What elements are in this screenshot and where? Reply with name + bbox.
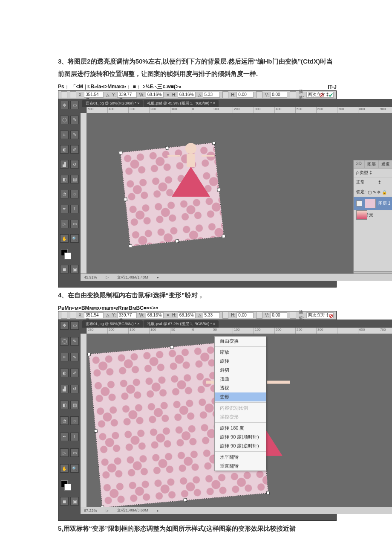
doc-tab-1[interactable]: 面布01.jpg @ 50%(RGB/8#) * × <box>82 320 143 328</box>
menu-item[interactable]: 旋转 90 度(顺时针) <box>215 433 266 442</box>
blur-tool-icon[interactable]: ◔ <box>60 416 69 425</box>
path-tool-icon[interactable]: ▷ <box>60 220 69 228</box>
layer-filter-label: ρ 类型 ‡ <box>356 170 372 176</box>
menu-item[interactable]: 自由变换 <box>215 337 266 346</box>
history-brush-icon[interactable]: ↺ <box>70 385 79 393</box>
layer-row-1[interactable]: 图层 1 <box>354 197 392 210</box>
menu-item[interactable]: 水平翻转 <box>215 453 266 462</box>
stamp-tool-icon[interactable]: ▟ <box>60 160 69 169</box>
path-tool-icon[interactable]: ▷ <box>60 448 69 457</box>
warp-toggle-icon[interactable]: ⌒ <box>318 312 324 320</box>
y-field[interactable]: 339.77 像 <box>117 312 137 318</box>
menu-item[interactable]: 缩放 <box>215 348 266 357</box>
menu-item[interactable]: 变形 <box>215 392 266 401</box>
zoom-tool-icon[interactable]: 🔍 <box>70 234 79 243</box>
eraser-tool-icon[interactable]: ◧ <box>60 175 69 183</box>
gradient-tool-icon[interactable]: ▤ <box>70 175 79 183</box>
x-field[interactable]: 351.54 像 <box>84 312 104 318</box>
x-field[interactable]: 351.54 像 <box>84 92 104 98</box>
artboard-tool-icon[interactable]: ▭ <box>70 321 79 330</box>
color-swatch[interactable] <box>60 249 79 259</box>
angle-field[interactable]: 5.33 <box>203 312 220 318</box>
brush-tool-icon[interactable]: ✐ <box>70 145 79 154</box>
y-field[interactable]: 339.77 像 <box>117 92 137 98</box>
eyedrop-tool-icon[interactable]: ✎ <box>70 353 79 361</box>
quickmask-icon[interactable]: ◼ <box>60 265 69 273</box>
crop-tool-icon[interactable]: ⌗ <box>60 131 69 139</box>
visibility-icon[interactable] <box>356 200 362 206</box>
panel-tab-3d[interactable]: 3D <box>354 160 365 168</box>
cancel-transform-icon[interactable]: ⊘ <box>329 312 334 320</box>
hand-tool-icon[interactable]: ✋ <box>60 464 69 473</box>
warp-icon[interactable] <box>290 91 296 98</box>
pen-tool-icon[interactable]: ✒ <box>60 433 69 441</box>
lasso-tool-icon[interactable]: ◯ <box>60 116 69 124</box>
heal-tool-icon[interactable]: ◐ <box>60 145 69 154</box>
eraser-tool-icon[interactable]: ◧ <box>60 401 69 409</box>
doc-tab-2[interactable]: 礼服.psd @ 45.9% (图层 1, RGB/8#) * × <box>144 100 218 107</box>
doc-tab-2[interactable]: 礼服.psd @ 67.2% (图层 1, RGB/8#) * × <box>144 320 218 328</box>
gradient-tool-icon[interactable]: ▤ <box>70 401 79 409</box>
move-tool-icon[interactable]: ✥ <box>60 101 69 109</box>
vskew-field[interactable]: 0.00 <box>270 92 287 98</box>
menu-item[interactable]: 扭曲 <box>215 375 266 384</box>
w-field[interactable]: 68.16% <box>146 312 164 318</box>
shape-tool-icon[interactable]: ▭ <box>70 448 79 457</box>
pen-tool-icon[interactable]: ✒ <box>60 205 69 213</box>
layer-thumb-icon <box>356 210 367 220</box>
menu-item[interactable]: 旋转 <box>215 357 266 366</box>
menu-item: 操控变形 <box>215 413 266 421</box>
w-field[interactable]: 68.16% <box>146 92 164 98</box>
color-swatch[interactable] <box>60 480 79 490</box>
menu-item[interactable]: 透视 <box>215 384 266 392</box>
commit-transform-icon[interactable]: ✔ <box>329 92 334 99</box>
wand-tool-icon[interactable]: ✎ <box>70 337 79 346</box>
doc-tab-1[interactable]: 面布01.jpg @ 50%(RGB/8#) * × <box>82 100 143 107</box>
wand-tool-icon[interactable]: ✎ <box>70 116 79 124</box>
warp-toggle-icon[interactable]: ⌒ <box>309 92 315 99</box>
skew-v-icon <box>256 312 262 319</box>
layers-panel[interactable]: 3D 图层 通道 路径 ≡ ρ 类型 ‡ ▢ ◐ T ▢ ▣ <box>353 160 392 273</box>
layer-row-bg[interactable]: 背景 🔒 <box>354 210 392 220</box>
panel-tab-layers[interactable]: 图层 <box>365 160 379 168</box>
shape-tool-icon[interactable]: ▭ <box>70 220 79 228</box>
vskew-field[interactable]: 0.00 <box>270 312 287 318</box>
heal-tool-icon[interactable]: ◐ <box>60 369 69 377</box>
eyedrop-tool-icon[interactable]: ✎ <box>70 131 79 139</box>
blur-tool-icon[interactable]: ◔ <box>60 190 69 198</box>
artboard-tool-icon[interactable]: ▭ <box>70 101 79 109</box>
hskew-field[interactable]: 0.00 <box>236 312 254 318</box>
type-tool-icon[interactable]: T <box>70 433 79 441</box>
warp-icon[interactable] <box>290 312 296 319</box>
quickmask-icon[interactable]: ◼ <box>60 497 69 506</box>
transform-context-menu[interactable]: 自由变换缩放旋转斜切扭曲透视变形内容识别比例操控变形旋转 180 度旋转 90 … <box>214 336 266 471</box>
canvas[interactable]: 3D 图层 通道 路径 ≡ ρ 类型 ‡ ▢ ◐ T ▢ ▣ <box>86 113 392 273</box>
h-field[interactable]: 68.16% <box>178 312 196 318</box>
h-field[interactable]: 68.16% <box>178 92 196 98</box>
ruler-tick: 300 <box>128 107 149 113</box>
menu-item[interactable]: 旋转 90 度(逆时针) <box>215 442 266 450</box>
hskew-field[interactable]: 0.00 <box>236 92 254 98</box>
layers-panel-tabs: 3D 图层 通道 路径 ≡ <box>354 160 392 169</box>
lasso-tool-icon[interactable]: ◯ <box>60 337 69 346</box>
angle-field[interactable]: 5.33 <box>203 92 220 98</box>
screenmode-icon[interactable]: ▣ <box>70 497 79 506</box>
stamp-tool-icon[interactable]: ▟ <box>60 385 69 393</box>
canvas[interactable]: 自由变换缩放旋转斜切扭曲透视变形内容识别比例操控变形旋转 180 度旋转 90 … <box>86 334 392 507</box>
blend-mode-select[interactable]: 正常 <box>356 179 377 185</box>
dodge-tool-icon[interactable]: ☼ <box>70 190 79 198</box>
menu-item[interactable]: 垂直翻转 <box>215 462 266 471</box>
menu-item[interactable]: 斜切 <box>215 366 266 375</box>
panel-tab-channels[interactable]: 通道 <box>379 160 392 168</box>
move-tool-icon[interactable]: ✥ <box>60 321 69 330</box>
zoom-tool-icon[interactable]: 🔍 <box>70 464 79 473</box>
history-brush-icon[interactable]: ↺ <box>70 160 79 169</box>
brush-tool-icon[interactable]: ✐ <box>70 369 79 377</box>
type-tool-icon[interactable]: T <box>70 205 79 213</box>
crop-tool-icon[interactable]: ⌗ <box>60 353 69 361</box>
menu-item[interactable]: 旋转 180 度 <box>215 424 266 433</box>
dodge-tool-icon[interactable]: ☼ <box>70 416 79 425</box>
cancel-transform-icon[interactable]: ⊘ <box>319 92 324 99</box>
screenmode-icon[interactable]: ▣ <box>70 265 79 273</box>
hand-tool-icon[interactable]: ✋ <box>60 234 69 243</box>
